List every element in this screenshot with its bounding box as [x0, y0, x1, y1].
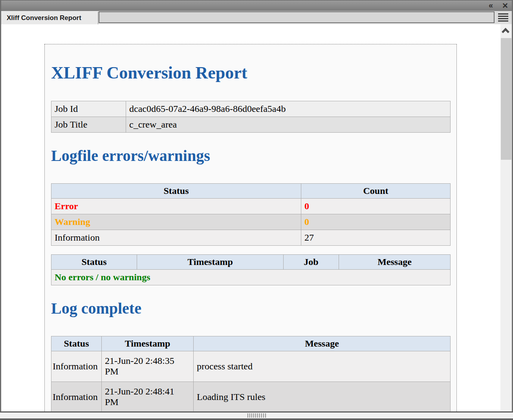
tab-strip-empty-area	[99, 11, 495, 23]
vertical-scrollbar[interactable]	[500, 24, 512, 411]
job-info-table: Job Id dcac0d65-07a2-46a9-98a6-86d0eefa5…	[51, 101, 451, 133]
status-information: Information	[51, 230, 301, 245]
report-document: XLIFF Conversion Report Job Id dcac0d65-…	[44, 44, 457, 411]
log-timestamp: 21-Jun-20 2:48:35 PM	[102, 351, 194, 382]
bottom-resize-bar	[0, 411, 513, 420]
job-title-value: c_crew_area	[126, 117, 451, 132]
log-message: Loading ITS rules	[194, 382, 451, 411]
column-header-count: Count	[301, 183, 451, 198]
panel-content: XLIFF Conversion Report Job Id dcac0d65-…	[1, 24, 500, 411]
information-count: 27	[301, 230, 451, 245]
status-error: Error	[51, 198, 301, 214]
column-header-job: Job	[284, 254, 339, 269]
log-complete-table: Status Timestamp Message Information 21-…	[51, 336, 451, 411]
table-row: Job Id dcac0d65-07a2-46a9-98a6-86d0eefa5…	[51, 101, 451, 117]
close-icon[interactable]: ✕	[499, 1, 511, 11]
hamburger-menu-icon	[498, 13, 508, 22]
scrollbar-thumb[interactable]	[501, 38, 511, 160]
panel-menu-button[interactable]	[495, 11, 512, 24]
tab-strip: Xliff Conversion Report	[1, 11, 512, 24]
column-header-status: Status	[51, 183, 301, 198]
table-row: Error 0	[51, 198, 451, 214]
job-id-value: dcac0d65-07a2-46a9-98a6-86d0eefa5a4b	[126, 101, 451, 117]
no-errors-message: No errors / no warnings	[51, 269, 451, 285]
table-row: Warning 0	[51, 214, 451, 230]
warning-count: 0	[301, 214, 451, 230]
log-message: process started	[194, 351, 451, 382]
table-row: Information 21-Jun-20 2:48:35 PM process…	[51, 351, 451, 382]
errors-warnings-table: Status Timestamp Job Message No errors /…	[51, 254, 451, 285]
column-header-timestamp: Timestamp	[137, 254, 284, 269]
drag-handle[interactable]	[247, 413, 266, 418]
status-count-table: Status Count Error 0 Warning 0 Informati…	[51, 183, 451, 246]
column-header-timestamp: Timestamp	[102, 336, 194, 351]
job-title-label: Job Title	[51, 117, 126, 132]
log-status: Information	[51, 351, 102, 382]
error-count: 0	[301, 198, 451, 214]
table-row: Job Title c_crew_area	[51, 117, 451, 132]
titlebar: « ✕	[0, 0, 513, 11]
panel-window: « ✕ Xliff Conversion Report XLIFF Conver…	[0, 0, 513, 420]
report-title: XLIFF Conversion Report	[51, 63, 451, 83]
job-id-label: Job Id	[51, 101, 126, 117]
chevron-up-icon	[502, 28, 509, 36]
table-header-row: Status Timestamp Job Message	[51, 254, 451, 269]
column-header-status: Status	[51, 254, 137, 269]
column-header-status: Status	[51, 336, 102, 351]
log-complete-heading: Log complete	[51, 299, 451, 318]
table-row: No errors / no warnings	[51, 269, 451, 285]
log-timestamp: 21-Jun-20 2:48:41 PM	[102, 382, 194, 411]
table-row: Information 27	[51, 230, 451, 245]
log-status: Information	[51, 382, 102, 411]
table-row: Information 21-Jun-20 2:48:41 PM Loading…	[51, 382, 451, 411]
column-header-message: Message	[339, 254, 451, 269]
column-header-message: Message	[194, 336, 451, 351]
tab-xliff-conversion-report[interactable]: Xliff Conversion Report	[1, 12, 98, 24]
status-warning: Warning	[51, 214, 301, 230]
logfile-section-heading: Logfile errors/warnings	[51, 147, 451, 165]
table-header-row: Status Count	[51, 183, 451, 198]
scroll-up-button[interactable]	[500, 24, 512, 38]
collapse-panel-icon[interactable]: «	[484, 1, 498, 11]
table-header-row: Status Timestamp Message	[51, 336, 451, 351]
